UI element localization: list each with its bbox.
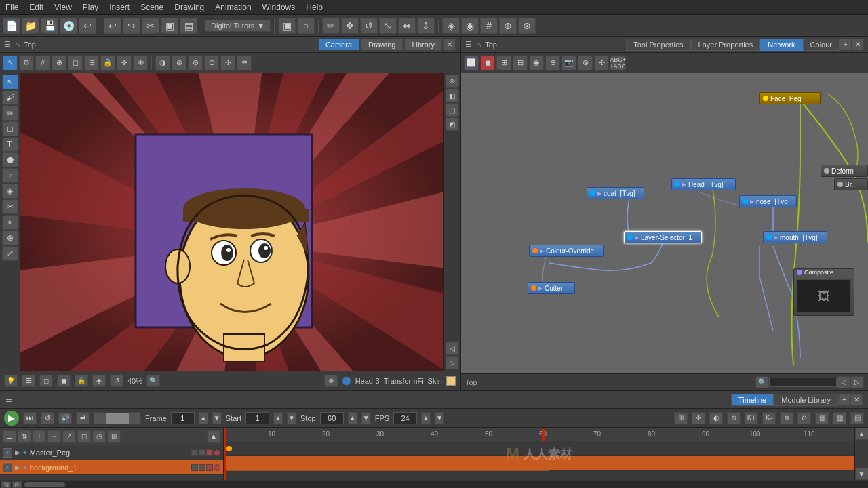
frame-down-btn[interactable]: ▼ xyxy=(212,412,222,424)
eyedrop-tool[interactable]: ◈ xyxy=(2,184,18,199)
tab-drawing[interactable]: Drawing xyxy=(361,39,403,51)
menu-drawing[interactable]: Drawing xyxy=(169,1,210,14)
ink-tool[interactable]: ☞ xyxy=(2,168,18,183)
tl-extra1[interactable]: ⊞ xyxy=(674,412,688,424)
home-icon[interactable]: ⌂ xyxy=(15,40,20,49)
tab-colour[interactable]: Colour xyxy=(803,39,840,51)
menu-insert[interactable]: Insert xyxy=(104,1,135,14)
light-table[interactable]: ◉ xyxy=(461,18,479,34)
node-layer-selector[interactable]: ▶ Layer-Selector_1 xyxy=(624,231,702,243)
net-red-btn[interactable]: ◼ xyxy=(480,56,495,70)
layer-add-icon-bg[interactable]: + xyxy=(23,464,27,471)
tl-extra7[interactable]: ⊗ xyxy=(780,412,793,424)
net-composite-btn[interactable]: ⊞ xyxy=(496,56,511,70)
layer-vis-check-bg[interactable] xyxy=(3,463,12,472)
menu-view[interactable]: View xyxy=(49,1,77,14)
menu-play[interactable]: Play xyxy=(77,1,104,14)
layer-collapse-btn[interactable]: + xyxy=(33,430,46,443)
net-group-btn[interactable]: ⊗ xyxy=(578,56,593,70)
strip-btn3[interactable]: ◫ xyxy=(446,103,459,117)
collapse-left-btn[interactable]: ◁ xyxy=(446,342,459,355)
camera-btn[interactable]: ◻ xyxy=(68,56,83,70)
persp-btn[interactable]: ⊙ xyxy=(204,56,219,70)
menu-scene[interactable]: Scene xyxy=(135,1,169,14)
redo-button[interactable]: ↪ xyxy=(123,18,140,34)
cam-zoom-icon[interactable]: 🔍 xyxy=(146,375,160,387)
node-composite[interactable]: Composite 🖼 xyxy=(793,268,854,316)
frame-up-btn[interactable]: ▲ xyxy=(199,412,208,424)
node-mouth[interactable]: ▶ mouth_[Tvg] xyxy=(763,231,827,243)
tl-extra10[interactable]: ▥ xyxy=(833,412,846,424)
frame-input[interactable] xyxy=(171,412,195,424)
keyframe-area[interactable]: 10 20 30 40 50 60 70 80 90 100 110 xyxy=(224,428,854,480)
scrubber-bar[interactable] xyxy=(94,412,141,424)
timeline-scrollbar[interactable]: ◁ ▷ xyxy=(0,480,868,488)
net-effect-btn[interactable]: ◉ xyxy=(529,56,544,70)
grid-btn[interactable]: # xyxy=(35,56,50,70)
text-tool[interactable]: T xyxy=(2,137,18,152)
network-search-btn[interactable]: 🔍 xyxy=(755,376,769,388)
tool1[interactable]: ▣ xyxy=(278,18,296,34)
onion-btn[interactable]: ⊕ xyxy=(52,56,66,70)
grid-tool[interactable]: # xyxy=(480,18,498,34)
start-down-btn[interactable]: ▼ xyxy=(287,412,296,424)
open-button[interactable]: 📁 xyxy=(22,18,39,34)
cross-btn[interactable]: ✙ xyxy=(133,56,148,70)
flip-btn[interactable]: ⇄ xyxy=(76,412,90,424)
tl-add-icon[interactable]: + xyxy=(838,394,850,406)
tool2[interactable]: ○ xyxy=(297,18,315,34)
keyframe-master-1[interactable] xyxy=(226,446,232,451)
cam-layer-icon[interactable] xyxy=(342,376,351,386)
paste-button[interactable]: ▤ xyxy=(180,18,197,34)
menu-help[interactable]: Help xyxy=(300,1,328,14)
tl-extra5[interactable]: K+ xyxy=(745,412,758,424)
playhead[interactable] xyxy=(224,428,226,480)
layer-sq-bg3[interactable] xyxy=(206,464,213,471)
layer-add-icon-master[interactable]: + xyxy=(23,449,27,456)
tab-timeline[interactable]: Timeline xyxy=(731,394,774,406)
layer-sq3[interactable] xyxy=(206,449,213,456)
stop-up-btn[interactable]: ▲ xyxy=(348,412,357,424)
lock-btn[interactable]: 🔒 xyxy=(100,56,115,70)
select-tool[interactable]: ✥ xyxy=(341,18,359,34)
import-button[interactable]: ↩ xyxy=(79,18,96,34)
stop-down-btn[interactable]: ▼ xyxy=(361,412,371,424)
net-peg-btn[interactable]: ⊕ xyxy=(545,56,560,70)
network-view[interactable]: Face_Peg ▶ Head_[Tvg] ▶ coat_[Tvg] xyxy=(461,73,868,373)
fps-input[interactable] xyxy=(393,412,417,424)
resize-btn[interactable]: ⤢ xyxy=(2,246,18,261)
digital-tutors-dropdown[interactable]: Digital Tutors ▼ xyxy=(205,20,271,32)
menu-animation[interactable]: Animation xyxy=(210,1,256,14)
eraser-tool[interactable]: ◻ xyxy=(2,121,18,136)
node-cutter[interactable]: ▶ Cutter xyxy=(528,282,575,294)
play-button[interactable]: ▶ xyxy=(4,411,19,426)
timeline-hamburger[interactable]: ☰ xyxy=(5,395,12,404)
keyframe-track-bg[interactable] xyxy=(224,456,854,471)
canvas-area[interactable] xyxy=(20,73,443,371)
tl-scroll-down[interactable]: ▼ xyxy=(855,468,869,480)
tl-scroll-up[interactable]: ▲ xyxy=(855,428,869,440)
node-nose[interactable]: ▶ nose_[Tvg] xyxy=(739,195,797,207)
node-coat[interactable]: ▶ coat_[Tvg] xyxy=(587,187,644,199)
right-panel-add-icon[interactable]: + xyxy=(840,39,852,51)
tl-extra6[interactable]: K- xyxy=(762,412,776,424)
bone-btn[interactable]: ✣ xyxy=(220,56,235,70)
save-button[interactable]: 💾 xyxy=(41,18,58,34)
scale-tool[interactable]: ⤡ xyxy=(379,18,397,34)
layer-expand-btn[interactable]: → xyxy=(47,430,61,443)
layer-right-btn[interactable]: ⊞ xyxy=(107,430,121,443)
cam-grid-btn[interactable]: ◻ xyxy=(39,375,53,387)
net-scroll-left-btn[interactable]: ◁ xyxy=(837,376,850,388)
layer-row-master-peg[interactable]: ▶ + Master_Peg xyxy=(0,445,223,460)
tl-extra11[interactable]: ▤ xyxy=(850,412,864,424)
cam-extra-btn[interactable]: ⊕ xyxy=(324,375,338,387)
pencil-tool[interactable]: ✏ xyxy=(2,106,18,121)
fps-up-btn[interactable]: ▲ xyxy=(421,412,431,424)
tab-tool-properties[interactable]: Tool Properties xyxy=(626,39,690,51)
right-home-icon[interactable]: ⌂ xyxy=(476,40,481,49)
menu-file[interactable]: File xyxy=(0,1,24,14)
tab-layer-properties[interactable]: Layer Properties xyxy=(691,39,761,51)
tab-library[interactable]: Library xyxy=(404,39,442,51)
net-connect-btn[interactable]: ⊟ xyxy=(513,56,528,70)
right-hamburger-icon[interactable]: ☰ xyxy=(465,40,472,49)
